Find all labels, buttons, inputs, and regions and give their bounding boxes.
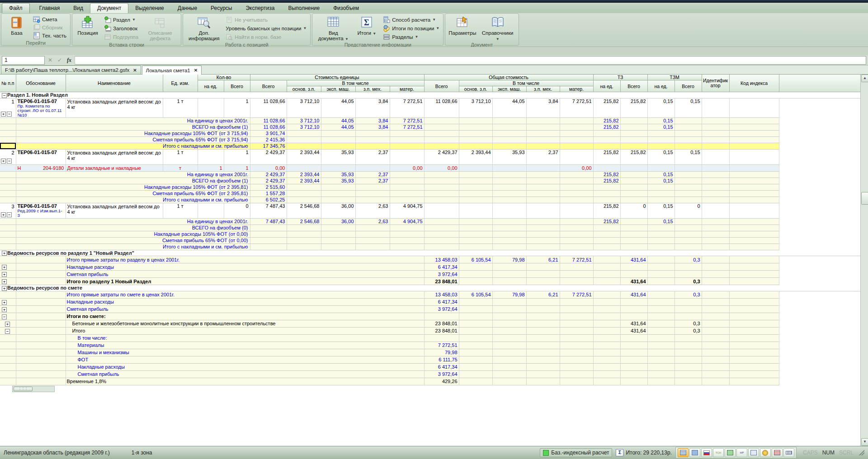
cell[interactable]: 1 (224, 149, 250, 164)
cell[interactable] (702, 327, 729, 334)
cell[interactable] (459, 244, 492, 250)
cell[interactable] (526, 378, 560, 385)
cell[interactable] (0, 225, 16, 231)
cell[interactable]: Н204-9180 (16, 164, 66, 171)
cell[interactable]: 11 028,66 (250, 124, 287, 130)
cell[interactable]: 35,93 (321, 171, 355, 178)
scrollbar-thumb[interactable]: ⋮⋮⋮ (14, 387, 33, 391)
cell[interactable] (355, 143, 390, 149)
cell[interactable]: Временные 1,8% (66, 378, 424, 385)
cell[interactable] (675, 237, 702, 244)
column-header[interactable]: Наименование (66, 75, 163, 92)
cell[interactable] (390, 149, 424, 164)
cell[interactable]: 0,15 (647, 171, 675, 178)
cell[interactable] (702, 349, 729, 356)
cell[interactable]: +Ведомость ресурсов по смете (0, 285, 861, 291)
cell[interactable]: 35,93 (321, 149, 355, 164)
cell[interactable] (459, 197, 492, 203)
cell[interactable]: 215,82 (593, 171, 620, 178)
cell[interactable] (729, 298, 779, 305)
cell[interactable] (16, 305, 66, 313)
cell[interactable] (560, 327, 593, 334)
cell[interactable] (390, 130, 424, 136)
cell[interactable] (779, 378, 861, 385)
cell[interactable] (526, 334, 560, 342)
cell[interactable]: 6 105,54 (459, 291, 492, 298)
cell[interactable] (779, 256, 861, 263)
cell[interactable] (492, 305, 526, 313)
cell[interactable]: На единицу в ценах 2001г. (16, 171, 250, 178)
cell[interactable] (16, 334, 66, 342)
cell[interactable] (702, 256, 729, 263)
cell[interactable]: Установка закладных деталей весом: до 4 … (66, 149, 163, 164)
cell[interactable] (16, 349, 66, 356)
cell[interactable] (702, 225, 729, 231)
cell[interactable]: 0,15 (675, 98, 702, 117)
cell[interactable] (424, 218, 459, 225)
cell[interactable] (702, 363, 729, 370)
cell[interactable]: Материалы (66, 342, 424, 349)
cell[interactable] (702, 271, 729, 278)
cell[interactable] (675, 190, 702, 197)
view-edit-icon[interactable] (748, 448, 759, 457)
cell[interactable] (620, 178, 647, 184)
cell[interactable] (702, 320, 729, 327)
cell[interactable] (390, 244, 424, 250)
tab-fizobem[interactable]: Физобъем (326, 4, 366, 13)
cell[interactable]: 13 458,03 (424, 291, 459, 298)
cell[interactable]: 431,64 (620, 278, 647, 285)
cell[interactable] (779, 370, 861, 378)
cell[interactable] (593, 327, 620, 334)
cell[interactable] (0, 291, 16, 298)
cell[interactable] (0, 244, 16, 250)
cell[interactable] (424, 190, 459, 197)
cell[interactable] (620, 136, 647, 143)
cell[interactable] (526, 349, 560, 356)
cell[interactable] (287, 231, 321, 237)
cell[interactable] (250, 225, 287, 231)
formula-input[interactable] (75, 56, 866, 65)
column-header[interactable]: Всего (250, 80, 287, 92)
cell[interactable]: 1 т (163, 203, 198, 218)
cell[interactable]: 79,98 (492, 256, 526, 263)
cell[interactable] (675, 136, 702, 143)
cell[interactable] (779, 271, 861, 278)
vid-dokumenta-button[interactable]: Вид документа ▼ (314, 15, 352, 42)
cell[interactable] (702, 124, 729, 130)
cancel-icon[interactable]: ✕ (46, 57, 54, 63)
cell[interactable]: 0,15 (647, 149, 675, 164)
cell[interactable] (526, 218, 560, 225)
cell[interactable]: 431,64 (620, 256, 647, 263)
cell[interactable] (729, 136, 779, 143)
cell[interactable] (16, 298, 66, 305)
cell[interactable]: ВСЕГО на физобъем (1) (16, 124, 250, 130)
cell[interactable] (16, 271, 66, 278)
cell[interactable]: 0,15 (647, 178, 675, 184)
cell[interactable] (424, 143, 459, 149)
cell[interactable] (459, 178, 492, 184)
cell[interactable] (526, 320, 560, 327)
cell[interactable] (287, 244, 321, 250)
cell[interactable] (424, 117, 459, 124)
cell[interactable] (675, 313, 702, 320)
cell[interactable] (0, 164, 16, 171)
cell[interactable] (321, 130, 355, 136)
cell[interactable]: 0,3 (675, 327, 702, 334)
cell[interactable] (16, 363, 66, 370)
sposob-rascheta-button[interactable]: Способ расчета▼ (381, 16, 441, 24)
cell[interactable] (0, 349, 16, 356)
cell[interactable]: 431,64 (620, 320, 647, 327)
scroll-up-icon[interactable]: ▲ (861, 75, 868, 82)
cell[interactable]: ТЕР06-01-015-07Пр. Комитета по строит. Л… (16, 98, 66, 117)
cell[interactable]: 0,00 (424, 164, 459, 171)
cell[interactable] (593, 305, 620, 313)
cell[interactable] (526, 327, 560, 334)
cell[interactable]: 1 т (163, 149, 198, 164)
cell[interactable] (560, 305, 593, 313)
cell[interactable] (729, 291, 779, 298)
cell[interactable] (779, 349, 861, 356)
cell[interactable] (321, 244, 355, 250)
cell[interactable] (492, 349, 526, 356)
scroll-down-icon[interactable]: ▼ (861, 438, 868, 446)
horizontal-scrollbar[interactable]: ⋮⋮⋮ (12, 386, 55, 392)
